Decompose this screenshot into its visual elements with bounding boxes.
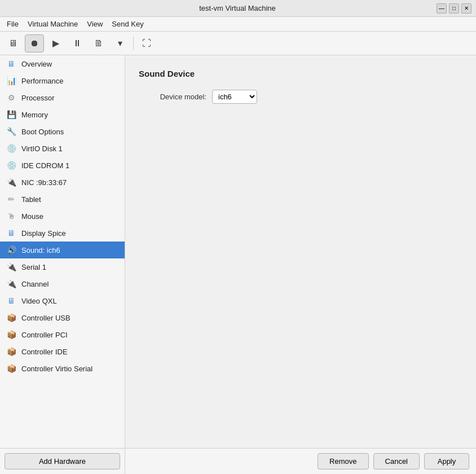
- performance-icon: 📊: [6, 75, 17, 86]
- video-qxl-icon: 🖥: [6, 295, 17, 306]
- snapshot-toolbar-button[interactable]: 🗎: [89, 34, 108, 52]
- controller-usb-icon: 📦: [6, 312, 17, 323]
- window-title: test-vm Virtual Machine: [38, 4, 437, 12]
- sidebar-item-label-controller-pci: Controller PCI: [21, 331, 68, 339]
- menu-file[interactable]: File: [2, 19, 23, 29]
- pause-toolbar-button[interactable]: ⏸: [68, 34, 87, 52]
- sidebar-item-virtio-disk[interactable]: 💿 VirtIO Disk 1: [0, 140, 125, 157]
- cdrom-icon: 💿: [6, 160, 17, 171]
- sidebar-item-label-channel: Channel: [21, 280, 49, 288]
- sidebar-item-memory[interactable]: 💾 Memory: [0, 106, 125, 123]
- sidebar-footer: Add Hardware: [0, 448, 125, 474]
- sidebar-item-label-nic: NIC :9b:33:67: [21, 178, 67, 187]
- sidebar-item-video-qxl[interactable]: 🖥 Video QXL: [0, 292, 125, 309]
- sidebar-item-label-controller-ide: Controller IDE: [21, 348, 68, 356]
- sidebar-item-label-ide-cdrom: IDE CDROM 1: [21, 161, 69, 170]
- sidebar-item-label-sound: Sound: ich6: [21, 246, 60, 254]
- sidebar-item-label-tablet: Tablet: [21, 195, 41, 204]
- controller-virtio-icon: 📦: [6, 363, 17, 374]
- sidebar-item-label-overview: Overview: [21, 60, 52, 68]
- sidebar-item-controller-ide[interactable]: 📦 Controller IDE: [0, 343, 125, 360]
- controller-pci-icon: 📦: [6, 329, 17, 340]
- sidebar-item-performance[interactable]: 📊 Performance: [0, 72, 125, 89]
- sidebar-item-label-display-spice: Display Spice: [21, 229, 66, 238]
- sidebar-item-ide-cdrom[interactable]: 💿 IDE CDROM 1: [0, 157, 125, 174]
- main-area: 🖥 Overview 📊 Performance ⚙ Processor 💾 M…: [0, 55, 476, 474]
- cancel-button[interactable]: Cancel: [373, 453, 420, 469]
- sidebar-item-nic[interactable]: 🔌 NIC :9b:33:67: [0, 174, 125, 191]
- sound-icon: 🔊: [6, 244, 17, 256]
- device-model-select[interactable]: ich6 ac97 es1370 sb16: [212, 90, 257, 104]
- play-toolbar-button[interactable]: ▶: [46, 34, 65, 52]
- tablet-icon: ✏: [6, 194, 17, 205]
- menu-send-key[interactable]: Send Key: [107, 19, 148, 29]
- titlebar: test-vm Virtual Machine — □ ✕: [0, 0, 476, 17]
- toolbar: 🖥 ⏺ ▶ ⏸ 🗎 ▾ ⛶: [0, 32, 476, 55]
- sidebar-item-label-controller-usb: Controller USB: [21, 314, 70, 322]
- sidebar: 🖥 Overview 📊 Performance ⚙ Processor 💾 M…: [0, 55, 125, 474]
- memory-icon: 💾: [6, 109, 17, 120]
- processor-icon: ⚙: [6, 92, 17, 103]
- section-title: Sound Device: [139, 69, 462, 78]
- sidebar-item-label-mouse: Mouse: [21, 212, 43, 221]
- menu-virtual-machine[interactable]: Virtual Machine: [23, 19, 82, 29]
- channel-icon: 🔌: [6, 278, 17, 289]
- sidebar-item-boot-options[interactable]: 🔧 Boot Options: [0, 123, 125, 140]
- serial-icon: 🔌: [6, 261, 17, 273]
- sidebar-item-processor[interactable]: ⚙ Processor: [0, 89, 125, 106]
- content-body: Sound Device Device model: ich6 ac97 es1…: [125, 55, 476, 448]
- sidebar-item-controller-virtio[interactable]: 📦 Controller Virtio Serial: [0, 360, 125, 377]
- sidebar-item-serial[interactable]: 🔌 Serial 1: [0, 258, 125, 275]
- sidebar-item-label-memory: Memory: [21, 111, 48, 119]
- apply-button[interactable]: Apply: [424, 453, 469, 469]
- sidebar-item-label-virtio-disk: VirtIO Disk 1: [21, 144, 63, 153]
- sidebar-item-label-controller-virtio: Controller Virtio Serial: [21, 365, 92, 373]
- sidebar-item-mouse[interactable]: 🖱 Mouse: [0, 208, 125, 225]
- minimize-button[interactable]: —: [437, 3, 447, 14]
- controller-ide-icon: 📦: [6, 346, 17, 357]
- boot-icon: 🔧: [6, 126, 17, 137]
- toolbar-separator: [133, 37, 134, 50]
- monitor-toolbar-button[interactable]: 🖥: [3, 34, 23, 52]
- sidebar-item-label-video-qxl: Video QXL: [21, 297, 57, 305]
- remove-button[interactable]: Remove: [318, 453, 368, 469]
- sidebar-list: 🖥 Overview 📊 Performance ⚙ Processor 💾 M…: [0, 55, 125, 448]
- maximize-button[interactable]: □: [449, 3, 459, 14]
- sidebar-item-label-performance: Performance: [21, 77, 63, 85]
- device-model-row: Device model: ich6 ac97 es1370 sb16: [139, 90, 462, 104]
- close-button[interactable]: ✕: [461, 3, 471, 14]
- virtio-disk-icon: 💿: [6, 143, 17, 154]
- window-controls[interactable]: — □ ✕: [437, 3, 471, 14]
- sidebar-item-display-spice[interactable]: 🖥 Display Spice: [0, 225, 125, 242]
- menubar: File Virtual Machine View Send Key: [0, 17, 476, 32]
- sidebar-item-controller-usb[interactable]: 📦 Controller USB: [0, 309, 125, 326]
- sidebar-item-overview[interactable]: 🖥 Overview: [0, 55, 125, 72]
- device-model-label: Device model:: [139, 93, 206, 101]
- sidebar-item-label-processor: Processor: [21, 94, 55, 102]
- content-area: Sound Device Device model: ich6 ac97 es1…: [125, 55, 476, 474]
- sidebar-item-label-boot-options: Boot Options: [21, 128, 64, 136]
- nic-icon: 🔌: [6, 177, 17, 188]
- sidebar-item-sound[interactable]: 🔊 Sound: ich6: [0, 242, 125, 258]
- add-hardware-button[interactable]: Add Hardware: [5, 453, 120, 469]
- menu-view[interactable]: View: [82, 19, 107, 29]
- bottombar: Remove Cancel Apply: [125, 448, 476, 474]
- sidebar-item-channel[interactable]: 🔌 Channel: [0, 275, 125, 292]
- overview-icon: 🖥: [6, 58, 17, 69]
- sidebar-item-tablet[interactable]: ✏ Tablet: [0, 191, 125, 208]
- migrate-toolbar-button[interactable]: ⛶: [137, 34, 156, 52]
- mouse-icon: 🖱: [6, 210, 17, 222]
- sidebar-item-label-serial: Serial 1: [21, 263, 46, 271]
- power-toolbar-button[interactable]: ⏺: [25, 34, 44, 52]
- snapshot-dropdown-button[interactable]: ▾: [111, 34, 130, 52]
- sidebar-item-controller-pci[interactable]: 📦 Controller PCI: [0, 326, 125, 343]
- display-icon: 🖥: [6, 227, 17, 239]
